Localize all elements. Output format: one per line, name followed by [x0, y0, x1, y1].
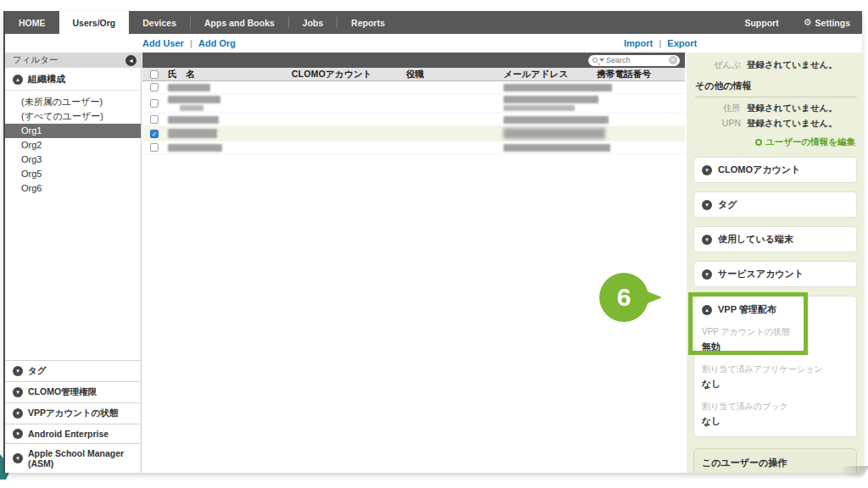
link-separator: | [659, 38, 661, 48]
chevron-down-circle-icon: ▾ [13, 453, 23, 463]
field-label: 住所 [693, 103, 741, 114]
add-user-link[interactable]: Add User [142, 38, 184, 48]
vpp-section-header[interactable]: ▴ VPP 管理配布 [702, 303, 849, 316]
accordion-devices-in-use[interactable]: ▾ 使用している端末 [693, 226, 857, 252]
redacted-name [168, 144, 222, 152]
filter-header: フィルター ◂ [5, 53, 141, 68]
org-item-unassigned[interactable]: (未所属のユーザー) [5, 95, 141, 109]
sidebar-section-tags[interactable]: ▾ タグ [5, 360, 141, 381]
org-item-org6[interactable]: Org6 [5, 181, 141, 196]
assigned-apps-value: なし [702, 378, 849, 391]
nav-tab-users-org[interactable]: Users/Org [59, 11, 130, 34]
table-row[interactable] [142, 81, 685, 94]
org-item-org5[interactable]: Org5 [5, 167, 141, 181]
org-structure-label: 組織構成 [28, 73, 65, 86]
sidebar-collapse-button[interactable]: ◂ [125, 55, 136, 66]
accordion-service-account[interactable]: ▾ サービスアカウント [693, 261, 857, 287]
link-separator: | [190, 38, 192, 48]
assigned-books-label: 割り当て済みのブック [702, 401, 849, 413]
add-org-link[interactable]: Add Org [198, 38, 236, 48]
org-item-all-users[interactable]: (すべてのユーザー) [5, 109, 141, 124]
row-checkbox[interactable] [150, 115, 159, 124]
filter-title: フィルター [13, 54, 58, 66]
chevron-down-circle-icon: ▾ [702, 165, 712, 175]
col-header-role[interactable]: 役職 [404, 69, 502, 80]
top-nav: HOME Users/Org Devices Apps and Books Jo… [5, 11, 862, 34]
add-links: Add User | Add Org [142, 38, 236, 48]
table-header-row: 氏 名 CLOMOアカウント 役職 メールアドレス 携帯電話番号 [142, 68, 685, 81]
table-row-selected[interactable]: ✓ [142, 126, 685, 141]
search-input[interactable] [606, 56, 667, 64]
operations-title: このユーザーの操作 [702, 457, 849, 469]
edit-user-info-label: ユーザーの情報を編集 [765, 136, 855, 148]
chevron-down-circle-icon: ▾ [13, 408, 23, 419]
nav-settings-link[interactable]: ⚙ Settings [792, 17, 862, 28]
import-export-links: Import | Export [624, 38, 697, 48]
select-all-checkbox[interactable] [150, 70, 159, 79]
import-link[interactable]: Import [624, 38, 653, 48]
actions-bar: Add User | Add Org Import | Export [5, 34, 862, 53]
circle-icon [755, 139, 762, 146]
search-box[interactable]: ✕ [588, 55, 680, 66]
nav-tab-home[interactable]: HOME [5, 11, 59, 34]
accordion-label: サービスアカウント [718, 268, 804, 280]
row-checkbox[interactable] [150, 83, 159, 92]
field-value: 登録されていません。 [747, 118, 837, 130]
redacted-name [168, 116, 219, 124]
assigned-apps-label: 割り当て済みアプリケーション [702, 363, 849, 375]
other-info-title: その他の情報 [695, 80, 857, 97]
org-item-org3[interactable]: Org3 [5, 152, 141, 167]
user-operations-box: このユーザーの操作 コマンドを選択してください ⌄ 実行 [693, 448, 857, 473]
col-header-name[interactable]: 氏 名 [166, 69, 290, 80]
col-header-email[interactable]: メールアドレス [502, 69, 595, 80]
row-checkbox[interactable] [150, 99, 159, 108]
accordion-tags[interactable]: ▾ タグ [693, 191, 857, 218]
chevron-down-circle-icon: ▾ [702, 235, 712, 245]
export-link[interactable]: Export [667, 38, 697, 48]
search-icon [593, 58, 598, 63]
sidebar-section-asm[interactable]: ▾ Apple School Manager (ASM) [5, 443, 141, 473]
row-checkbox-checked[interactable]: ✓ [150, 130, 159, 138]
accordion-clomo-account[interactable]: ▾ CLOMOアカウント [693, 157, 857, 183]
redacted-email [504, 96, 598, 103]
nav-tab-reports[interactable]: Reports [337, 11, 398, 34]
table-row[interactable] [142, 114, 685, 126]
nav-settings-label: Settings [815, 18, 850, 28]
org-structure-section-header[interactable]: ▴ 組織構成 [5, 68, 141, 91]
chevron-up-circle-icon: ▴ [13, 75, 23, 85]
search-scope-caret-icon[interactable] [599, 58, 604, 62]
field-label: UPN [693, 118, 741, 128]
sidebar-section-clomo-admin[interactable]: ▾ CLOMO管理権限 [5, 381, 141, 402]
detail-field-address: 住所 登録されていません。 [693, 103, 857, 114]
nav-tab-devices[interactable]: Devices [129, 11, 190, 34]
vpp-title-label: VPP 管理配布 [718, 303, 776, 316]
accordion-label: タグ [718, 198, 737, 211]
redacted-name [168, 129, 217, 138]
row-checkbox[interactable] [150, 143, 159, 152]
table-toolbar: ✕ [142, 53, 685, 68]
nav-tab-jobs[interactable]: Jobs [289, 11, 337, 34]
search-clear-icon[interactable]: ✕ [669, 56, 677, 64]
col-header-clomo-account[interactable]: CLOMOアカウント [290, 69, 404, 80]
chevron-down-circle-icon: ▾ [13, 429, 23, 439]
col-header-phone[interactable]: 携帯電話番号 [595, 69, 685, 80]
org-item-org2[interactable]: Org2 [5, 138, 141, 152]
redacted-name [180, 105, 203, 111]
sidebar-collapsed-sections: ▾ タグ ▾ CLOMO管理権限 ▾ VPPアカウントの状態 ▾ Android… [5, 360, 141, 473]
gear-icon: ⚙ [804, 17, 812, 28]
page: HOME Users/Org Devices Apps and Books Jo… [0, 0, 868, 488]
sidebar-section-vpp-status[interactable]: ▾ VPPアカウントの状態 [5, 402, 141, 424]
table-row[interactable] [142, 94, 685, 114]
nav-support-link[interactable]: Support [732, 18, 790, 28]
edit-user-info-link[interactable]: ユーザーの情報を編集 [695, 136, 855, 148]
field-value: 登録されていません。 [747, 59, 837, 71]
field-value: 登録されていません。 [747, 103, 837, 114]
redacted-email [504, 105, 575, 111]
sidebar-section-android-enterprise[interactable]: ▾ Android Enterprise [5, 424, 141, 443]
redacted-name [168, 84, 210, 92]
nav-tab-apps-and-books[interactable]: Apps and Books [191, 11, 288, 34]
table-row[interactable] [142, 141, 685, 154]
chevron-down-circle-icon: ▾ [702, 269, 712, 280]
vpp-managed-distribution-card: ▴ VPP 管理配布 VPP アカウントの状態 無効 割り当て済みアプリケーショ… [693, 296, 857, 437]
org-item-org1[interactable]: Org1 [5, 124, 141, 138]
